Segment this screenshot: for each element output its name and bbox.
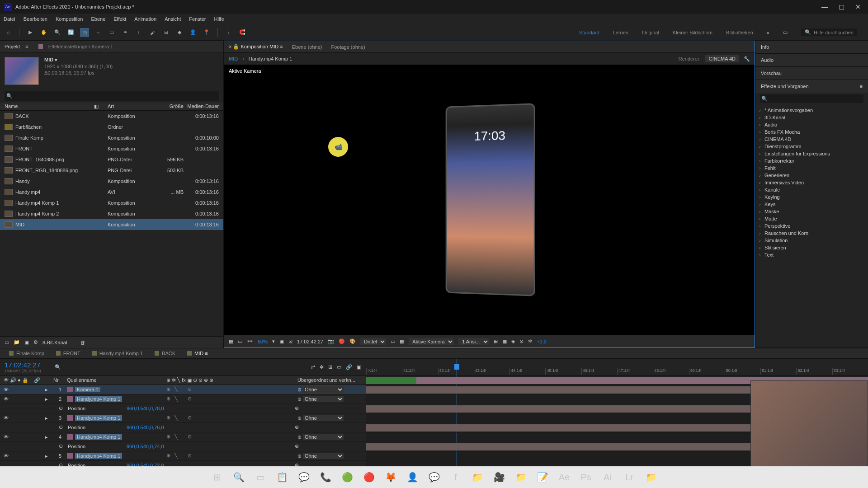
- taskbar-icon[interactable]: 📁: [470, 469, 485, 485]
- roto-tool[interactable]: 👤: [189, 28, 198, 37]
- tl-tool-3[interactable]: ⊞: [328, 364, 332, 370]
- exposure[interactable]: +0,0: [537, 339, 547, 344]
- effect-category[interactable]: Stilisieren: [755, 244, 868, 251]
- pixel-aspect-icon[interactable]: ▦: [400, 338, 404, 344]
- effects-search[interactable]: 🔍: [760, 94, 863, 103]
- comp-tab[interactable]: × 🔒 Komposition MID ≡: [229, 44, 283, 50]
- panel-menu-icon[interactable]: ≡: [25, 44, 28, 49]
- resolution-icon[interactable]: ▣: [279, 338, 284, 344]
- effect-category[interactable]: Immersives Video: [755, 179, 868, 186]
- effect-category[interactable]: Dienstprogramm: [755, 143, 868, 150]
- project-item[interactable]: FarbflächenOrdner: [0, 122, 223, 132]
- menu-hilfe[interactable]: Hilfe: [214, 16, 224, 22]
- project-item[interactable]: FRONT_1840886.pngPNG-Datei596 KB: [0, 154, 223, 165]
- ruler-tick[interactable]: 50:14f: [725, 368, 760, 375]
- timeline-tab[interactable]: Finale Komp: [9, 351, 44, 356]
- ruler-tick[interactable]: >:14f: [366, 368, 402, 375]
- col-duration[interactable]: Medien-Dauer: [184, 103, 219, 109]
- project-item[interactable]: FRONTKomposition0:00:13:16: [0, 143, 223, 154]
- taskbar-icon[interactable]: 📞: [318, 469, 333, 485]
- taskbar-icon[interactable]: ▭: [253, 469, 268, 485]
- puppet-tool[interactable]: 📍: [202, 28, 211, 37]
- taskbar-icon[interactable]: Ae: [557, 469, 572, 485]
- effect-category[interactable]: Einstellungen für Expressions: [755, 150, 868, 157]
- taskbar-icon[interactable]: Ps: [578, 469, 594, 485]
- col-size[interactable]: Größe: [152, 103, 184, 109]
- project-item[interactable]: FRONT_RGB_1840886.pngPNG-Datei503 KB: [0, 165, 223, 176]
- roi-icon[interactable]: ⊡: [288, 338, 292, 344]
- ruler-tick[interactable]: 47:14f: [617, 368, 653, 375]
- menu-ebene[interactable]: Ebene: [91, 16, 105, 22]
- pan-behind-tool[interactable]: ↔: [94, 28, 103, 37]
- col-type[interactable]: Art: [108, 103, 152, 109]
- timeline-timecode[interactable]: 17:02:42:27: [5, 361, 41, 369]
- ruler-tick[interactable]: 43:14f: [474, 368, 509, 375]
- new-comp-icon[interactable]: ▣: [24, 339, 29, 345]
- mask-icon[interactable]: 👓: [247, 338, 253, 344]
- tab-project[interactable]: Projekt: [5, 44, 20, 49]
- minimize-button[interactable]: —: [821, 3, 828, 10]
- project-item[interactable]: Finale KompKomposition0:00:10:00: [0, 132, 223, 143]
- layer-property[interactable]: ⊙Position960,0,540,0,78,0⊚: [0, 404, 366, 413]
- effect-category[interactable]: Simulation: [755, 237, 868, 244]
- taskbar-icon[interactable]: f: [448, 469, 463, 485]
- close-button[interactable]: ✕: [855, 3, 861, 10]
- menu-fenster[interactable]: Fenster: [189, 16, 206, 22]
- 3d-icon-4[interactable]: ⊙: [519, 338, 524, 344]
- ruler-tick[interactable]: 48:14f: [653, 368, 689, 375]
- ruler-tick[interactable]: 44:14f: [509, 368, 545, 375]
- workspace-kleiner bildschirm[interactable]: Kleiner Bildschirm: [673, 30, 712, 35]
- zoom-level[interactable]: 50%: [258, 339, 268, 344]
- col-tag[interactable]: ◧: [94, 103, 108, 109]
- taskbar-icon[interactable]: 📁: [643, 469, 659, 485]
- timeline-tab[interactable]: BACK: [155, 351, 175, 356]
- panel-preview[interactable]: Vorschau: [755, 67, 868, 80]
- effect-category[interactable]: Matte: [755, 215, 868, 222]
- taskbar-icon[interactable]: Ai: [600, 469, 615, 485]
- taskbar-icon[interactable]: 🔍: [231, 469, 246, 485]
- menu-datei[interactable]: Datei: [4, 16, 15, 22]
- taskbar-icon[interactable]: 🟢: [340, 469, 355, 485]
- viewer-time[interactable]: 17:02:42:27: [297, 339, 323, 344]
- shape-tool[interactable]: ▭: [107, 28, 116, 37]
- settings-icon[interactable]: ⚙: [33, 339, 38, 345]
- taskbar-icon[interactable]: 👤: [405, 469, 420, 485]
- color-icon[interactable]: 🎨: [349, 338, 356, 344]
- effect-category[interactable]: Farbkorrektur: [755, 157, 868, 164]
- effect-category[interactable]: Rauschen und Korn: [755, 230, 868, 237]
- panel-info[interactable]: Info: [755, 41, 868, 53]
- effect-category[interactable]: * Animationsvorgaben: [755, 107, 868, 114]
- project-search[interactable]: 🔍: [5, 91, 219, 101]
- ruler-tick[interactable]: 53:14f: [832, 368, 868, 375]
- project-item[interactable]: HandyKomposition0:00:13:16: [0, 176, 223, 187]
- taskbar-icon[interactable]: 🎥: [491, 469, 507, 485]
- orbit-tool[interactable]: 🔄: [66, 28, 75, 37]
- taskbar-icon[interactable]: 💬: [296, 469, 311, 485]
- ruler-tick[interactable]: 41:14f: [402, 368, 438, 375]
- project-item[interactable]: Handy.mp4AVI... MB0:00:13:16: [0, 187, 223, 197]
- col-name[interactable]: Name: [5, 103, 94, 109]
- eraser-tool[interactable]: ◆: [175, 28, 184, 37]
- selection-tool[interactable]: ▶: [26, 28, 35, 37]
- taskbar-icon[interactable]: 🦊: [383, 469, 398, 485]
- breadcrumb-root[interactable]: MID: [229, 56, 238, 61]
- hand-tool[interactable]: ✋: [39, 28, 48, 37]
- panel-effects[interactable]: Effekte und Vorgaben ≡: [755, 80, 868, 93]
- snapshot-icon[interactable]: 📷: [328, 338, 334, 344]
- layer-row[interactable]: 👁▸4Handy.mp4 Komp 1⊕ ╲ ⊙⊚ Ohne: [0, 432, 366, 442]
- panel-menu-icon[interactable]: ≡: [860, 84, 863, 89]
- camera-select[interactable]: Aktive Kamera: [409, 338, 454, 345]
- axis-tool[interactable]: ↕: [224, 28, 233, 37]
- 3d-icon-2[interactable]: ▦: [502, 338, 507, 344]
- timeline-tab[interactable]: Handy.mp4 Komp 1: [92, 351, 143, 356]
- home-icon[interactable]: ⌂: [4, 28, 13, 37]
- effect-category[interactable]: Keying: [755, 193, 868, 201]
- workspace-standard[interactable]: Standard: [579, 30, 599, 35]
- layer-property[interactable]: ⊙Position960,0,540,0,76,0⊚: [0, 423, 366, 432]
- ruler-tick[interactable]: 51:14f: [760, 368, 796, 375]
- workspace-more-icon[interactable]: »: [767, 30, 769, 35]
- layer-property[interactable]: ⊙Position960,0,540,0,74,0⊚: [0, 442, 366, 451]
- renderer-value[interactable]: CINEMA 4D: [705, 55, 739, 62]
- pen-tool[interactable]: ✒: [121, 28, 130, 37]
- effect-category[interactable]: 3D-Kanal: [755, 114, 868, 121]
